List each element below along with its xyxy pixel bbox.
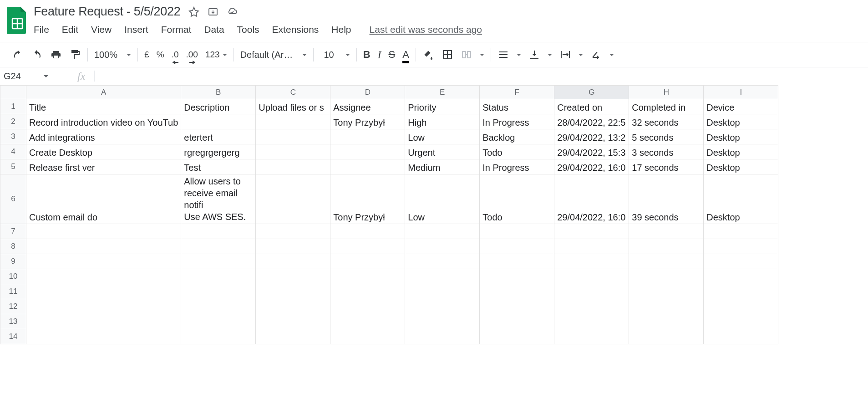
document-title[interactable]: Feature Request - 5/5/2022 [34, 5, 180, 19]
cell[interactable] [330, 254, 405, 269]
col-header-I[interactable]: I [704, 86, 778, 99]
cell[interactable]: etertert [181, 129, 256, 144]
cell[interactable] [181, 254, 256, 269]
cell[interactable] [330, 129, 405, 144]
cell[interactable]: 28/04/2022, 22:5 [554, 114, 629, 129]
cell[interactable]: Desktop [704, 159, 778, 174]
font-family-caret-icon[interactable] [302, 54, 307, 56]
name-box[interactable]: G24 [0, 67, 68, 85]
cell[interactable] [554, 284, 629, 299]
cell[interactable] [26, 299, 181, 314]
row-header[interactable]: 13 [0, 314, 26, 329]
cell[interactable] [629, 299, 704, 314]
cell[interactable]: Record introduction video on YouTub [26, 114, 181, 129]
row-header[interactable]: 9 [0, 254, 26, 269]
cell[interactable] [256, 114, 330, 129]
cell[interactable]: 29/04/2022, 15:3 [554, 144, 629, 159]
cell[interactable] [330, 144, 405, 159]
cell[interactable]: 39 seconds [629, 174, 704, 224]
v-align-caret-icon[interactable] [548, 54, 552, 56]
cell[interactable] [480, 299, 554, 314]
cell[interactable] [704, 329, 778, 344]
more-formats-button[interactable]: 123 [205, 50, 227, 60]
cell[interactable] [181, 114, 256, 129]
col-header-A[interactable]: A [26, 86, 181, 99]
cell[interactable] [554, 269, 629, 284]
cell[interactable]: Release first ver [26, 159, 181, 174]
font-family-selector[interactable]: Default (Ari… [240, 50, 295, 60]
cell[interactable] [405, 329, 480, 344]
cell[interactable] [256, 314, 330, 329]
cell[interactable] [554, 239, 629, 254]
sheets-logo[interactable] [4, 4, 31, 36]
cell[interactable] [480, 329, 554, 344]
cell[interactable] [181, 239, 256, 254]
cell[interactable]: Urgent [405, 144, 480, 159]
cell[interactable]: Desktop [704, 129, 778, 144]
cell[interactable] [330, 284, 405, 299]
text-rotation-icon[interactable] [590, 49, 602, 61]
spreadsheet-grid[interactable]: A B C D E F G H I 1 Title Description Up… [0, 85, 868, 344]
cell[interactable]: Status [480, 99, 554, 114]
cell[interactable] [330, 159, 405, 174]
cell[interactable]: Create Desktop [26, 144, 181, 159]
cell[interactable]: 32 seconds [629, 114, 704, 129]
horizontal-align-icon[interactable] [497, 49, 509, 61]
cell[interactable] [26, 224, 181, 239]
col-header-C[interactable]: C [256, 86, 330, 99]
cell[interactable] [256, 129, 330, 144]
font-size-selector[interactable]: 10 [320, 50, 338, 60]
cell[interactable] [26, 329, 181, 344]
col-header-B[interactable]: B [181, 86, 256, 99]
menu-view[interactable]: View [91, 24, 112, 35]
merge-caret-icon[interactable] [480, 54, 484, 56]
cell[interactable] [405, 224, 480, 239]
col-header-F[interactable]: F [480, 86, 554, 99]
borders-icon[interactable] [442, 49, 453, 61]
rotation-caret-icon[interactable] [609, 54, 614, 56]
paint-format-icon[interactable] [69, 49, 81, 61]
cell[interactable]: High [405, 114, 480, 129]
cell[interactable] [330, 329, 405, 344]
cell[interactable] [405, 254, 480, 269]
cell[interactable] [405, 314, 480, 329]
cell[interactable]: Upload files or s [256, 99, 330, 114]
cell[interactable] [26, 284, 181, 299]
cell[interactable] [256, 284, 330, 299]
cell[interactable] [256, 239, 330, 254]
cell[interactable] [480, 314, 554, 329]
cell[interactable] [629, 254, 704, 269]
cell[interactable] [629, 224, 704, 239]
col-header-E[interactable]: E [405, 86, 480, 99]
cell[interactable] [26, 269, 181, 284]
cell[interactable]: Title [26, 99, 181, 114]
cell[interactable]: 29/04/2022, 16:0 [554, 174, 629, 224]
cell[interactable] [256, 174, 330, 224]
cell[interactable] [629, 329, 704, 344]
undo-icon[interactable] [12, 49, 24, 61]
cell[interactable]: 3 seconds [629, 144, 704, 159]
cell[interactable]: In Progress [480, 114, 554, 129]
cell[interactable] [480, 224, 554, 239]
cell[interactable] [480, 269, 554, 284]
zoom-caret-icon[interactable] [127, 54, 131, 56]
cell[interactable]: Low [405, 129, 480, 144]
increase-decimal-button[interactable]: .00 [186, 50, 198, 60]
menu-data[interactable]: Data [204, 24, 224, 35]
row-header[interactable]: 3 [0, 129, 26, 144]
cell[interactable] [629, 269, 704, 284]
cell[interactable]: Test [181, 159, 256, 174]
cell[interactable] [330, 299, 405, 314]
cell[interactable] [330, 314, 405, 329]
cell[interactable]: Todo [480, 174, 554, 224]
cell[interactable] [181, 284, 256, 299]
row-header[interactable]: 12 [0, 299, 26, 314]
row-header[interactable]: 11 [0, 284, 26, 299]
cell[interactable]: Allow users to receive email notifi Use … [181, 174, 256, 224]
col-header-G[interactable]: G [554, 86, 629, 99]
formula-input[interactable] [94, 71, 868, 82]
font-size-caret-icon[interactable] [345, 54, 350, 56]
cell[interactable]: Desktop [704, 144, 778, 159]
menu-file[interactable]: File [34, 24, 49, 35]
cell[interactable] [554, 299, 629, 314]
